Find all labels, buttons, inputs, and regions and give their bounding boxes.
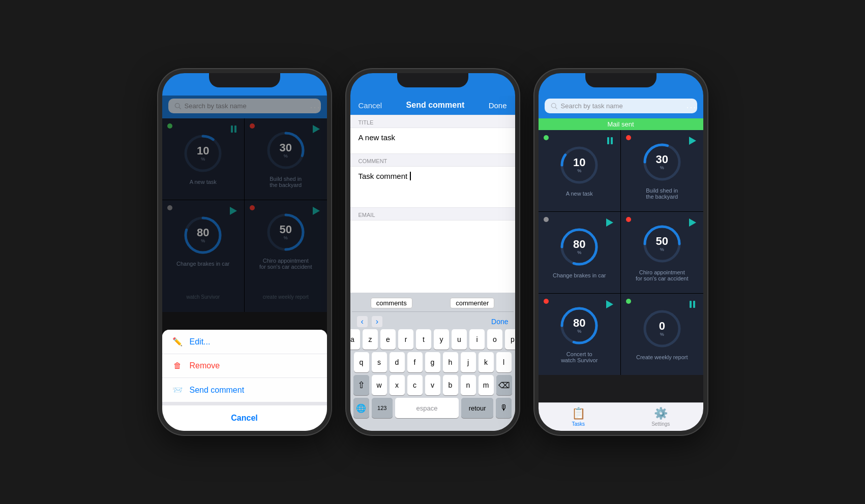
notch-1 — [209, 73, 280, 87]
task-label-3-4: Chiro appointmentfor son's car accident — [636, 269, 689, 281]
key-mic[interactable]: 🎙 — [496, 398, 512, 418]
search-placeholder-3: Search by task name — [561, 102, 691, 110]
key-o[interactable]: o — [487, 329, 502, 350]
progress-text-3-2: 30 % — [656, 154, 668, 170]
action-cancel[interactable]: Cancel — [162, 402, 327, 431]
phone-2: Cancel Send comment Done TITLE A new tas… — [346, 69, 519, 435]
play-icon-3-3 — [606, 218, 613, 227]
play-btn-3-4[interactable] — [686, 216, 699, 229]
tab-tasks[interactable]: 📋 Tasks — [572, 407, 585, 427]
play-btn-3-5[interactable] — [603, 298, 616, 311]
progress-text-3-5: 80 % — [573, 318, 585, 334]
send-comment-title: Send comment — [406, 101, 465, 110]
key-w[interactable]: w — [372, 375, 387, 395]
pause-btn-3-6[interactable] — [686, 298, 699, 311]
key-123[interactable]: 123 — [372, 398, 393, 418]
cancel-button[interactable]: Cancel — [359, 101, 382, 110]
done-button-keyboard[interactable]: Done — [491, 318, 508, 326]
key-space[interactable]: espace — [395, 398, 459, 418]
key-b[interactable]: b — [443, 375, 458, 395]
key-l[interactable]: l — [496, 352, 512, 372]
key-c[interactable]: c — [407, 375, 423, 395]
suggestion-comments[interactable]: comments — [371, 298, 412, 308]
task-grid-3: 10 % A new task — [539, 130, 703, 402]
progress-text-3-1: 10 % — [573, 157, 585, 173]
key-i[interactable]: i — [469, 329, 485, 350]
key-globe[interactable]: 🌐 — [353, 398, 369, 418]
nav-arrow-right[interactable]: › — [372, 316, 382, 327]
key-r[interactable]: r — [398, 329, 413, 350]
comment-value[interactable]: Task comment — [350, 167, 515, 207]
pause-bar-3-1b — [611, 137, 613, 144]
send-icon: 📨 — [172, 385, 183, 395]
pause-bar-3-6b — [693, 301, 695, 308]
more-dots-3[interactable]: ··· — [686, 102, 697, 112]
task-card-3-1[interactable]: 10 % A new task — [539, 130, 621, 211]
status-dot-3-1 — [544, 135, 549, 140]
suggestion-commenter[interactable]: commenter — [450, 298, 494, 308]
key-k[interactable]: k — [479, 352, 494, 372]
key-h[interactable]: h — [443, 352, 458, 372]
key-j[interactable]: j — [461, 352, 476, 372]
svg-line-11 — [555, 107, 557, 109]
send-comment-label: Send comment — [190, 386, 245, 395]
edit-label: Edit... — [190, 337, 211, 346]
key-shift[interactable]: ⇧ — [353, 375, 369, 395]
key-z[interactable]: z — [363, 329, 378, 350]
comment-text: Task comment — [359, 172, 408, 180]
key-d[interactable]: d — [390, 352, 405, 372]
phone-3-content: Search by task name ··· Mail sent — [539, 96, 703, 431]
task-label-3-1: A new task — [566, 191, 593, 197]
key-q[interactable]: q — [354, 352, 369, 372]
key-x[interactable]: x — [390, 375, 405, 395]
key-v[interactable]: v — [425, 375, 440, 395]
task-card-3-4[interactable]: 50 % Chiro appointmentfor son's car acci… — [621, 212, 703, 293]
key-backspace[interactable]: ⌫ — [496, 375, 512, 395]
done-button-header[interactable]: Done — [489, 101, 507, 110]
action-edit[interactable]: ✏️ Edit... — [162, 330, 327, 354]
action-send-comment[interactable]: 📨 Send comment — [162, 378, 327, 402]
key-n[interactable]: n — [461, 375, 476, 395]
key-e[interactable]: e — [380, 329, 396, 350]
notch-3 — [585, 73, 657, 87]
progress-text-3-4: 50 % — [656, 236, 668, 252]
status-dot-3-4 — [626, 217, 631, 222]
key-t[interactable]: t — [416, 329, 431, 350]
comment-label: COMMENT — [350, 153, 515, 167]
action-remove[interactable]: 🗑 Remove — [162, 354, 327, 378]
tab-settings[interactable]: ⚙️ Settings — [651, 407, 670, 427]
key-a[interactable]: a — [346, 329, 361, 350]
tab-bar-3: 📋 Tasks ⚙️ Settings — [539, 402, 703, 431]
task-card-3-2[interactable]: 30 % Build shed inthe backyard — [621, 130, 703, 211]
key-g[interactable]: g — [425, 352, 440, 372]
search-icon-3 — [551, 103, 558, 110]
pause-bar-3-1a — [607, 137, 609, 144]
play-btn-3-3[interactable] — [603, 216, 616, 229]
settings-icon: ⚙️ — [654, 407, 668, 420]
key-row-1: a z e r t y u i o p — [352, 329, 514, 350]
key-m[interactable]: m — [479, 375, 494, 395]
key-u[interactable]: u — [452, 329, 467, 350]
circular-progress-3-1: 10 % — [559, 145, 600, 185]
progress-text-3-6: 0 % — [659, 321, 665, 337]
remove-label: Remove — [190, 361, 220, 370]
status-dot-3-5 — [544, 299, 549, 304]
task-card-3-6[interactable]: 0 % Create weekly report — [621, 294, 703, 375]
task-label-3-2: Build shed inthe backyard — [646, 187, 678, 200]
task-card-3-5[interactable]: 80 % Concert towatch Survivor — [539, 294, 621, 375]
key-retour[interactable]: retour — [461, 398, 493, 418]
circular-progress-3-3: 80 % — [559, 227, 600, 267]
play-btn-3-2[interactable] — [686, 134, 699, 147]
nav-arrow-left[interactable]: ‹ — [357, 316, 368, 327]
search-bar-3[interactable]: Search by task name — [545, 99, 697, 113]
key-s[interactable]: s — [372, 352, 387, 372]
progress-text-3-3: 80 % — [573, 239, 585, 255]
key-f[interactable]: f — [407, 352, 423, 372]
settings-tab-label: Settings — [651, 421, 670, 427]
key-y[interactable]: y — [434, 329, 449, 350]
key-p[interactable]: p — [505, 329, 519, 350]
status-dot-3-6 — [626, 299, 631, 304]
play-icon-3-4 — [689, 218, 696, 227]
pause-btn-3-1[interactable] — [603, 134, 616, 147]
task-card-3-3[interactable]: 80 % Change brakes in car — [539, 212, 621, 293]
